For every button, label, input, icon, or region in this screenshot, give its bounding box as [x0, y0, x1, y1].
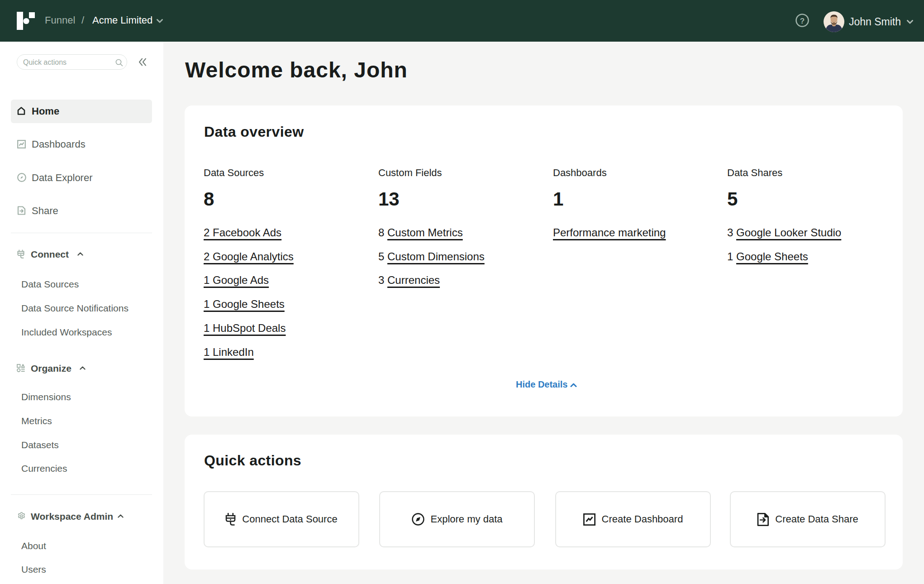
svg-text:?: ? [800, 17, 805, 25]
